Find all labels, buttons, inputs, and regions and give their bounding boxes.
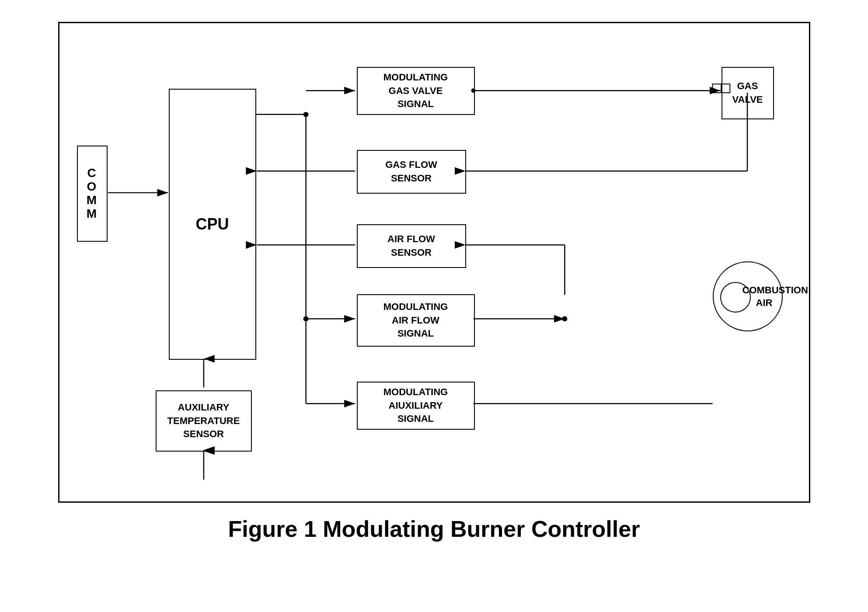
combustion-air-container: COMBUSTIONAIR — [711, 259, 785, 334]
mod-aux-label: MODULATINGAIUXILIARYSIGNAL — [383, 386, 448, 426]
cpu-block: CPU — [169, 89, 256, 360]
gas-flow-box: GAS FLOWSENSOR — [357, 150, 466, 194]
mod-air-flow-label: MODULATINGAIR FLOWSIGNAL — [383, 300, 448, 341]
diagram-border: COMM CPU MODULATINGGAS VALVESIGNAL GAS F… — [58, 22, 810, 503]
comm-label: COMM — [87, 167, 98, 220]
comm-block: COMM — [77, 146, 108, 242]
aux-temp-sensor-box: AUXILIARYTEMPERATURESENSOR — [156, 390, 252, 452]
air-flow-box: AIR FLOWSENSOR — [357, 224, 466, 268]
figure-caption: Figure 1 Modulating Burner Controller — [228, 516, 640, 542]
mod-aux-box: MODULATINGAIUXILIARYSIGNAL — [357, 382, 475, 430]
aux-temp-label: AUXILIARYTEMPERATURESENSOR — [167, 401, 240, 441]
mod-air-flow-box: MODULATINGAIR FLOWSIGNAL — [357, 294, 475, 347]
svg-rect-26 — [712, 84, 721, 93]
gas-valve-box: GASVALVE — [722, 67, 774, 119]
svg-point-9 — [303, 316, 308, 321]
gas-flow-label: GAS FLOWSENSOR — [385, 158, 437, 185]
page-container: COMM CPU MODULATINGGAS VALVESIGNAL GAS F… — [41, 22, 828, 590]
combustion-outer-circle: COMBUSTIONAIR — [713, 261, 783, 331]
svg-point-6 — [303, 112, 308, 117]
svg-point-21 — [562, 316, 567, 321]
air-flow-label: AIR FLOWSENSOR — [387, 233, 435, 260]
gas-valve-label: GASVALVE — [732, 80, 763, 107]
mod-gas-valve-label: MODULATINGGAS VALVESIGNAL — [383, 71, 448, 111]
mod-gas-valve-box: MODULATINGGAS VALVESIGNAL — [357, 67, 475, 115]
combustion-air-label: COMBUSTIONAIR — [743, 284, 786, 309]
cpu-label: CPU — [195, 215, 229, 233]
